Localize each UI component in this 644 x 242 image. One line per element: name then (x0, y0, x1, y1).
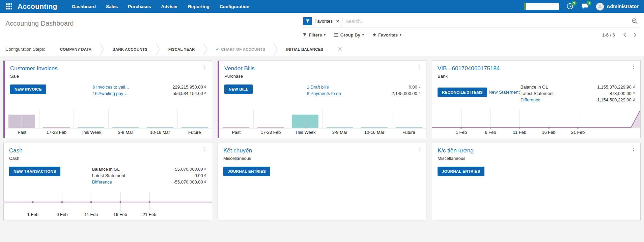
caret-down-icon: ▾ (400, 33, 401, 37)
amount-value: -55,070,000.00 ₫ (173, 179, 206, 185)
pager-range: 1-6 / 6 (602, 32, 615, 38)
card-title[interactable]: Kết chuyển (223, 147, 421, 154)
kebab-menu-icon[interactable]: ⋮ (631, 146, 636, 151)
card-title[interactable]: Cash (9, 147, 206, 154)
apps-grid-icon[interactable] (5, 3, 13, 10)
search-icon[interactable] (632, 18, 639, 24)
bar-category (178, 110, 212, 128)
favorites-dropdown[interactable]: ★ Favorites ▾ (373, 32, 401, 38)
facet-remove-icon[interactable]: ✕ (335, 17, 342, 25)
journal-entries-button[interactable]: JOURNAL ENTRIES (438, 167, 484, 176)
filters-dropdown[interactable]: Filters ▾ (303, 32, 326, 38)
kebab-menu-icon[interactable]: ⋮ (202, 146, 207, 151)
configuration-steps: COMPANY DATA BANK ACCOUNTS FISCAL YEAR ✓… (52, 43, 332, 56)
step-initial-balances[interactable]: INITIAL BALANCES (278, 47, 331, 51)
step-separator-icon (203, 43, 208, 56)
bar-category (392, 110, 426, 128)
journal-item-row: Balance in GL 1,155,378,229.90 ₫ (521, 84, 635, 90)
journal-graph-cash[interactable]: 1 Feb6 Feb11 Feb16 Feb21 Feb (4, 192, 212, 218)
activities-button[interactable]: 9 (566, 3, 574, 10)
journal-graph-vendor-bills[interactable]: Past17-23 FebThis Week3-9 Mar10-16 MarFu… (219, 110, 426, 136)
journal-entries-button[interactable]: JOURNAL ENTRIES (223, 167, 270, 176)
card-title[interactable]: VIB - 601704060175184 (438, 65, 635, 72)
step-chart-of-accounts[interactable]: ✓CHART OF ACCOUNTS (208, 47, 274, 52)
step-bank-accounts[interactable]: BANK ACCOUNTS (104, 47, 156, 51)
menu-item-reporting[interactable]: Reporting (188, 4, 209, 9)
pager-next-button[interactable] (631, 32, 639, 38)
difference-link[interactable]: Difference (521, 97, 540, 102)
draft-bills-link[interactable]: 1 Draft bills (307, 84, 329, 90)
menu-item-purchases[interactable]: Purchases (128, 4, 151, 9)
kebab-menu-icon[interactable]: ⋮ (417, 146, 422, 151)
bar-category (288, 110, 323, 128)
app-title[interactable]: Accounting (18, 2, 57, 10)
new-invoice-button[interactable]: NEW INVOICE (10, 84, 46, 94)
bar (78, 127, 104, 128)
menu-item-adviser[interactable]: Adviser (161, 4, 178, 9)
data-point-marker (90, 201, 92, 203)
x-axis-label: 16 Feb (542, 130, 555, 135)
card-ket-chuyen: ⋮ Kết chuyển Miscellaneous JOURNAL ENTRI… (218, 143, 426, 220)
page-title: Accounting Dashboard (5, 17, 303, 39)
control-panel: Accounting Dashboard Favorites ✕ (0, 13, 644, 40)
data-point-marker (519, 127, 521, 128)
search-bar[interactable]: Favorites ✕ (303, 17, 639, 27)
card-subtitle: Miscellaneous (438, 156, 635, 161)
user-menu[interactable]: Administrator (596, 3, 639, 10)
top-navbar: Accounting Dashboard Sales Purchases Adv… (0, 0, 644, 13)
favorites-label: Favorites (378, 32, 398, 38)
new-statement-link[interactable]: New Statement (488, 90, 520, 95)
x-axis-label: 10-16 Mar (357, 130, 391, 135)
activity-count-badge: 9 (571, 1, 577, 6)
amount-value: 0.00 ₫ (194, 173, 206, 178)
menu-item-sales[interactable]: Sales (106, 4, 118, 9)
balance-in-gl-label: Balance in GL (92, 167, 120, 172)
bar-category (5, 110, 39, 128)
step-separator-icon (273, 43, 278, 56)
x-axis-label: 6 Feb (56, 212, 67, 217)
kebab-menu-icon[interactable]: ⋮ (202, 64, 207, 69)
data-point-marker (548, 127, 550, 128)
latest-statement-label: Latest Statement (92, 173, 125, 178)
messages-button[interactable]: 3 (581, 3, 589, 10)
configuration-steps-label: Configuration Steps: (5, 47, 45, 52)
filters-label: Filters (309, 32, 322, 38)
new-transactions-button[interactable]: NEW TRANSACTIONS (9, 167, 60, 176)
new-bill-button[interactable]: NEW BILL (224, 84, 253, 94)
invoices-to-validate-link[interactable]: 6 Invoices to vali… (92, 84, 129, 90)
search-input[interactable] (342, 19, 632, 24)
bar-category (219, 110, 254, 128)
step-company-data[interactable]: COMPANY DATA (52, 47, 100, 51)
amount-value: 0.00 ₫ (409, 84, 421, 90)
journal-item-row: Latest Statement 878,000.00 ₫ (521, 91, 635, 96)
difference-link[interactable]: Difference (92, 179, 112, 185)
awaiting-payments-link[interactable]: 16 Awaiting pay… (92, 91, 128, 96)
group-by-dropdown[interactable]: Group By ▾ (334, 32, 364, 38)
amount-value: 229,215,950.00 ₫ (172, 84, 206, 90)
x-axis-label: 17-23 Feb (253, 130, 288, 135)
journal-graph-bank-vib[interactable]: 1 Feb6 Feb11 Feb16 Feb21 Feb (432, 110, 640, 136)
timer-input[interactable] (524, 3, 559, 10)
systray: 9 3 Administrator (524, 3, 639, 10)
card-title[interactable]: Customer Invoices (10, 65, 206, 72)
bar (181, 127, 208, 128)
data-point-marker (489, 127, 491, 128)
menu-item-dashboard[interactable]: Dashboard (72, 4, 96, 9)
card-subtitle: Sale (10, 74, 206, 79)
group-by-icon (334, 33, 338, 37)
check-icon: ✓ (216, 47, 219, 51)
reconcile-items-button[interactable]: RECONCILE 2 ITEMS (438, 88, 487, 97)
journal-graph-customer-invoices[interactable]: Past17-23 FebThis Week3-9 Mar10-16 MarFu… (5, 110, 212, 136)
pager-previous-button[interactable] (621, 32, 628, 38)
step-fiscal-year[interactable]: FISCAL YEAR (160, 47, 203, 51)
kebab-menu-icon[interactable]: ⋮ (631, 64, 636, 69)
card-title[interactable]: Vendor Bills (224, 65, 421, 72)
amount-value: 556,534,154.00 ₫ (172, 91, 206, 96)
payments-to-do-link[interactable]: 8 Payments to do (307, 91, 341, 96)
kebab-menu-icon[interactable]: ⋮ (417, 64, 422, 69)
close-steps-icon[interactable]: ✕ (338, 46, 342, 53)
menu-item-configuration[interactable]: Configuration (220, 4, 249, 9)
x-axis-label: 21 Feb (143, 212, 156, 217)
card-title[interactable]: K/c tiền lương (438, 147, 635, 154)
x-axis-label: 11 Feb (513, 130, 526, 135)
